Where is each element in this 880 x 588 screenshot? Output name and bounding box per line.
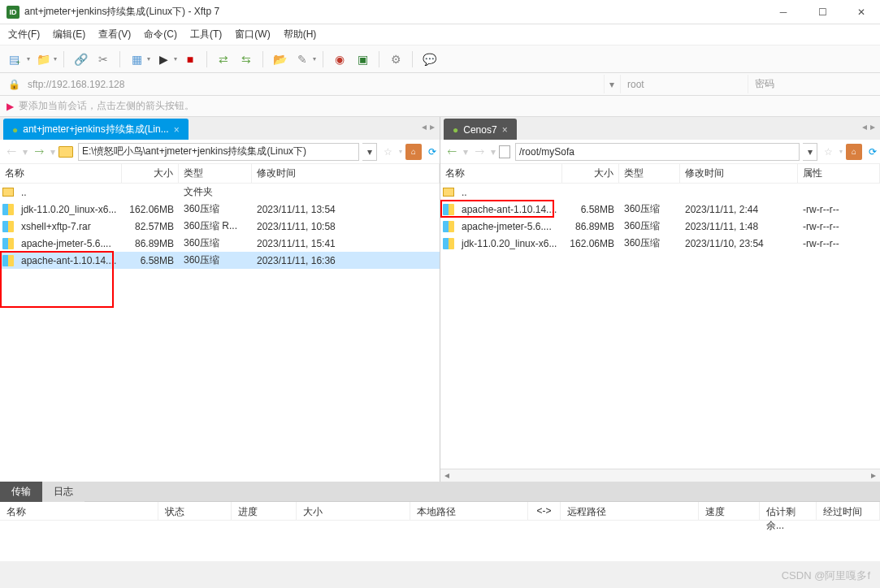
minimize-button[interactable]: ─: [771, 2, 795, 22]
settings-icon[interactable]: ⚙: [386, 50, 405, 69]
remote-tab[interactable]: ● Cenos7 ×: [444, 119, 517, 140]
scrollbar[interactable]: ◂ ▸: [440, 469, 880, 482]
new-folder-icon[interactable]: 📂: [270, 50, 289, 69]
bookmark-icon[interactable]: ☆: [824, 146, 833, 158]
nav-forward-button[interactable]: 🡒: [31, 144, 47, 160]
tab-close-icon[interactable]: ×: [174, 124, 180, 136]
col-name[interactable]: 名称: [440, 164, 562, 183]
menu-file[interactable]: 文件(F): [8, 28, 40, 41]
file-row[interactable]: jdk-11.0.20_linux-x6... 162.06MB 360压缩 2…: [0, 201, 440, 218]
tcol-name[interactable]: 名称: [0, 502, 158, 520]
transfer-right-icon[interactable]: ⇄: [214, 50, 233, 69]
menu-window[interactable]: 窗口(W): [235, 28, 270, 41]
bookmark-icon[interactable]: ☆: [384, 146, 392, 158]
tcol-size[interactable]: 大小: [297, 502, 410, 520]
play-button[interactable]: ▶: [154, 50, 173, 69]
home-button[interactable]: ⌂: [846, 144, 862, 160]
app-icon: ID: [7, 6, 20, 19]
file-attr: -rw-r--r--: [798, 238, 880, 249]
unlink-icon[interactable]: ✂: [93, 50, 113, 69]
file-row[interactable]: apache-jmeter-5.6.... 86.89MB 360压缩 2023…: [440, 218, 880, 235]
file-row[interactable]: apache-jmeter-5.6.... 86.89MB 360压缩 2023…: [0, 235, 440, 252]
col-size[interactable]: 大小: [562, 164, 619, 183]
path-dropdown[interactable]: ▾: [362, 143, 377, 161]
parent-dir-row[interactable]: ..: [440, 184, 880, 201]
menu-help[interactable]: 帮助(H): [284, 28, 317, 41]
tcol-status[interactable]: 状态: [158, 502, 232, 520]
file-size: 162.06MB: [562, 238, 619, 249]
menu-tool[interactable]: 工具(T): [190, 28, 222, 41]
terminal-icon[interactable]: ▣: [353, 50, 372, 69]
file-row[interactable]: xshell+xftp-7.rar 82.57MB 360压缩 R... 202…: [0, 218, 440, 235]
path-dropdown[interactable]: ▾: [803, 143, 817, 161]
col-size[interactable]: 大小: [122, 164, 179, 183]
toolbar: ▤+▾ 📁▾ 🔗 ✂ ▦▾ ▶▾ ■ ⇄ ⇆ 📂 ✎▾ ◉ ▣ ⚙ 💬: [0, 45, 880, 73]
user-field[interactable]: root: [620, 75, 746, 93]
tab-next-icon[interactable]: ▸: [870, 121, 875, 132]
close-button[interactable]: ✕: [849, 2, 873, 22]
stop-button[interactable]: ■: [180, 50, 200, 69]
sync-icon[interactable]: ◉: [330, 50, 349, 69]
col-modified[interactable]: 修改时间: [252, 164, 440, 183]
url-input[interactable]: [23, 75, 602, 93]
local-file-list[interactable]: .. 文件夹 jdk-11.0.20_linux-x6... 162.06MB …: [0, 184, 440, 482]
home-button[interactable]: ⌂: [405, 144, 422, 160]
tab-close-icon[interactable]: ×: [502, 124, 508, 136]
archive-icon: [2, 221, 14, 232]
file-type: 360压缩 R...: [179, 219, 252, 233]
nav-forward-button[interactable]: 🡒: [471, 144, 488, 160]
tcol-localpath[interactable]: 本地路径: [410, 502, 528, 520]
link-icon[interactable]: 🔗: [71, 50, 90, 69]
local-path-input[interactable]: E:\愤怒吧小鸟\ant+jmeter+jenkins持续集成(Linux下): [78, 143, 359, 161]
scroll-right-icon[interactable]: ▸: [867, 469, 880, 482]
open-folder-button[interactable]: 📁: [33, 50, 53, 69]
file-row[interactable]: jdk-11.0.20_linux-x6... 162.06MB 360压缩 2…: [440, 235, 880, 252]
info-text: 要添加当前会话，点击左侧的箭头按钮。: [19, 99, 194, 113]
tab-transfer[interactable]: 传输: [0, 482, 42, 502]
menu-command[interactable]: 命令(C): [144, 28, 177, 41]
tab-prev-icon[interactable]: ◂: [422, 121, 427, 132]
tab-prev-icon[interactable]: ◂: [862, 121, 867, 132]
new-file-button[interactable]: ▦: [127, 50, 146, 69]
remote-path-bar: 🡐 ▾ 🡒 ▾ /root/mySofa ▾ ☆ ▾ ⌂ ⟳: [440, 140, 880, 164]
edit-icon[interactable]: ✎: [293, 50, 312, 69]
refresh-icon[interactable]: ⟳: [869, 146, 877, 158]
remote-file-list[interactable]: .. apache-ant-1.10.14.... 6.58MB 360压缩 2…: [440, 184, 880, 469]
tab-log[interactable]: 日志: [42, 482, 85, 502]
remote-path-input[interactable]: /root/mySofa: [515, 143, 800, 161]
tcol-speed[interactable]: 速度: [699, 502, 760, 520]
file-type: 360压缩: [179, 202, 252, 216]
menu-view[interactable]: 查看(V): [98, 28, 131, 41]
transfer-left-icon[interactable]: ⇆: [236, 50, 256, 69]
tcol-progress[interactable]: 进度: [232, 502, 297, 520]
help-icon[interactable]: 💬: [419, 50, 439, 69]
col-modified[interactable]: 修改时间: [680, 164, 798, 183]
file-size: 86.89MB: [122, 238, 179, 249]
local-tab[interactable]: ● ant+jmeter+jenkins持续集成(Lin... ×: [3, 119, 189, 140]
scroll-left-icon[interactable]: ◂: [440, 469, 453, 482]
col-name[interactable]: 名称: [0, 164, 122, 183]
col-type[interactable]: 类型: [179, 164, 252, 183]
col-attr[interactable]: 属性: [798, 164, 880, 183]
tcol-remotepath[interactable]: 远程路径: [561, 502, 699, 520]
tcol-eta[interactable]: 估计剩余...: [760, 502, 817, 520]
file-modified: 2023/11/11, 2:44: [680, 204, 798, 215]
local-tab-label: ant+jmeter+jenkins持续集成(Lin...: [23, 123, 168, 136]
file-row[interactable]: apache-ant-1.10.14.... 6.58MB 360压缩 2023…: [440, 201, 880, 218]
file-row-selected[interactable]: apache-ant-1.10.14.... 6.58MB 360压缩 2023…: [0, 252, 440, 269]
tcol-arrow[interactable]: <->: [528, 502, 561, 520]
refresh-icon[interactable]: ⟳: [428, 146, 436, 158]
password-field[interactable]: 密码: [748, 75, 873, 93]
tab-next-icon[interactable]: ▸: [430, 121, 435, 132]
nav-back-button[interactable]: 🡐: [444, 144, 460, 160]
parent-dir-row[interactable]: .. 文件夹: [0, 184, 440, 201]
menu-edit[interactable]: 编辑(E): [53, 28, 85, 41]
tcol-elapsed[interactable]: 经过时间: [817, 502, 880, 520]
col-type[interactable]: 类型: [619, 164, 680, 183]
file-name: apache-ant-1.10.14....: [457, 204, 562, 215]
nav-back-button[interactable]: 🡐: [3, 144, 20, 160]
new-session-button[interactable]: ▤+: [7, 50, 26, 69]
maximize-button[interactable]: ☐: [810, 2, 834, 22]
remote-tab-label: Cenos7: [463, 124, 496, 136]
url-dropdown[interactable]: ▾: [604, 75, 618, 93]
